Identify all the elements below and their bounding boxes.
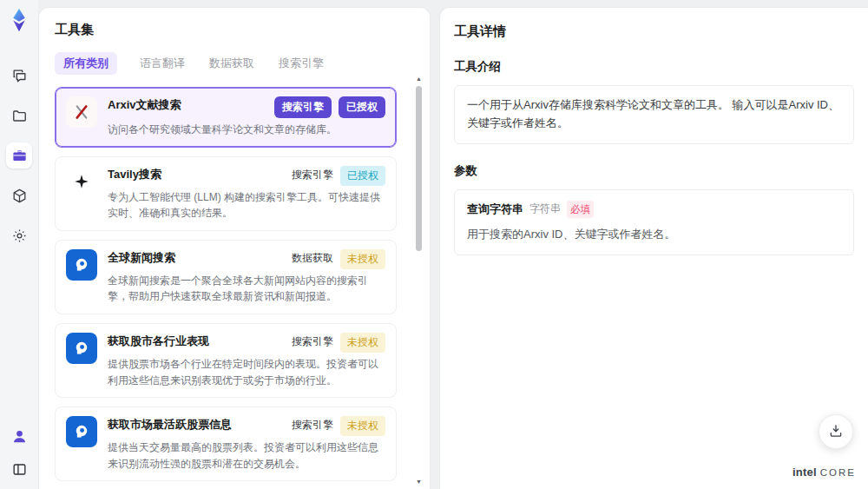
download-icon [828, 423, 844, 441]
news-icon [66, 333, 97, 364]
tool-name: 获取股市各行业表现 [108, 333, 285, 349]
sidebar-nav [6, 63, 32, 248]
tool-description: 专为人工智能代理 (LLM) 构建的搜索引擎工具。可快速提供实时、准确和真实的结… [108, 189, 385, 221]
tool-auth-badge: 未授权 [340, 333, 385, 353]
news-icon [66, 249, 97, 281]
parameter-name: 查询字符串 [467, 201, 523, 219]
tool-description: 全球新闻搜索是一个聚合全球各大新闻网站内容的搜索引擎，帮助用户快速获取全球最新资… [108, 273, 385, 305]
page-title: 工具集 [55, 22, 418, 38]
detail-title: 工具详情 [454, 23, 854, 40]
sidebar-item-chat[interactable] [6, 63, 32, 89]
tavily-icon [66, 166, 97, 197]
parameter-type: 字符串 [529, 201, 561, 217]
tool-list-item[interactable]: 获取市场最活跃股票信息 搜索引擎 未授权 提供当天交易量最高的股票列表。投资者可… [55, 406, 397, 481]
tool-list-item[interactable]: Arxiv文献搜索 搜索引擎 已授权 访问各个研究领域大量科学论文和文章的存储库… [55, 87, 397, 148]
sidebar-item-profile[interactable] [8, 425, 30, 447]
sidebar-item-settings[interactable] [6, 222, 32, 248]
sidebar-item-tools[interactable] [6, 142, 32, 169]
tab-2[interactable]: 数据获取 [207, 52, 256, 75]
tool-description: 提供股票市场各个行业在特定时间段内的表现。投资者可以利用这些信息来识别表现优于或… [108, 356, 385, 388]
sidebar-item-files[interactable] [6, 102, 32, 129]
parameter-description: 用于搜索的Arxiv ID、关键字或作者姓名。 [467, 226, 841, 244]
tool-list-item[interactable]: 全球新闻搜索 数据获取 未授权 全球新闻搜索是一个聚合全球各大新闻网站内容的搜索… [55, 240, 397, 314]
app-window: 工具集 所有类别语言翻译数据获取搜索引擎 Arxiv文献搜索 搜索引擎 已授权 … [0, 0, 868, 489]
tool-list-item[interactable]: 获取股市各行业表现 搜索引擎 未授权 提供股票市场各个行业在特定时间段内的表现。… [55, 323, 397, 398]
sidebar [0, 0, 38, 489]
tab-3[interactable]: 搜索引擎 [277, 52, 326, 75]
tool-name: Arxiv文献搜索 [108, 96, 267, 113]
tool-category-tag: 搜索引擎 [274, 96, 332, 118]
folder-icon [11, 108, 28, 124]
core-brand-text: core [820, 467, 856, 478]
tool-name: 全球新闻搜索 [108, 249, 285, 266]
tool-list-item[interactable]: Tavily搜索 搜索引擎 已授权 专为人工智能代理 (LLM) 构建的搜索引擎… [55, 156, 397, 231]
download-button[interactable] [819, 414, 853, 449]
tool-category-tag: 搜索引擎 [292, 333, 333, 351]
news-icon [66, 416, 97, 447]
main-area: 工具集 所有类别语言翻译数据获取搜索引擎 Arxiv文献搜索 搜索引擎 已授权 … [38, 7, 868, 489]
tool-name: 获取市场最活跃股票信息 [108, 416, 285, 433]
panel-toggle-icon [11, 461, 28, 478]
tool-category-tag: 搜索引擎 [292, 166, 333, 184]
tab-0[interactable]: 所有类别 [55, 52, 117, 75]
tab-1[interactable]: 语言翻译 [138, 52, 187, 75]
parameter-card: 查询字符串 字符串 必填 用于搜索的Arxiv ID、关键字或作者姓名。 [454, 189, 854, 256]
intel-core-logo: intel core [792, 466, 856, 479]
tool-auth-badge: 已授权 [340, 166, 385, 186]
params-heading: 参数 [454, 163, 854, 179]
tools-panel: 工具集 所有类别语言翻译数据获取搜索引擎 Arxiv文献搜索 搜索引擎 已授权 … [38, 7, 431, 489]
tool-auth-badge: 未授权 [340, 249, 385, 269]
tool-auth-badge: 已授权 [339, 96, 385, 118]
tool-name: Tavily搜索 [108, 166, 285, 182]
app-logo-icon [6, 7, 32, 33]
arxiv-icon [66, 96, 97, 128]
parameter-header: 查询字符串 字符串 必填 [467, 201, 841, 219]
cube-icon [11, 188, 28, 204]
parameter-required-badge: 必填 [567, 201, 594, 218]
tool-detail-panel: 工具详情 工具介绍 一个用于从Arxiv存储库搜索科学论文和文章的工具。 输入可… [439, 7, 868, 489]
tool-description: 访问各个研究领域大量科学论文和文章的存储库。 [108, 122, 385, 138]
category-tabs: 所有类别语言翻译数据获取搜索引擎 [55, 52, 418, 75]
tool-category-tag: 搜索引擎 [292, 416, 333, 434]
list-scrollbar[interactable]: ▲ ▼ [415, 76, 423, 486]
scroll-down-icon[interactable]: ▼ [415, 479, 423, 486]
tool-description: 提供当天交易量最高的股票列表。投资者可以利用这些信息来识别流动性强的股票和潜在的… [108, 439, 385, 472]
intro-heading: 工具介绍 [454, 59, 854, 75]
intel-brand-text: intel [792, 466, 817, 479]
gear-icon [11, 228, 28, 244]
tool-list: Arxiv文献搜索 搜索引擎 已授权 访问各个研究领域大量科学论文和文章的存储库… [55, 87, 418, 486]
tool-auth-badge: 未授权 [340, 416, 385, 436]
sidebar-item-models[interactable] [6, 182, 32, 208]
avatar-icon [11, 428, 28, 445]
toolbox-icon [11, 148, 28, 164]
chat-icon [11, 68, 28, 84]
sidebar-item-collapse[interactable] [8, 458, 30, 480]
scroll-up-icon[interactable]: ▲ [415, 76, 423, 83]
tool-category-tag: 数据获取 [292, 249, 333, 268]
scrollbar-thumb[interactable] [416, 86, 422, 251]
sidebar-bottom [8, 425, 30, 480]
tool-intro-text: 一个用于从Arxiv存储库搜索科学论文和文章的工具。 输入可以是Arxiv ID… [454, 85, 854, 144]
